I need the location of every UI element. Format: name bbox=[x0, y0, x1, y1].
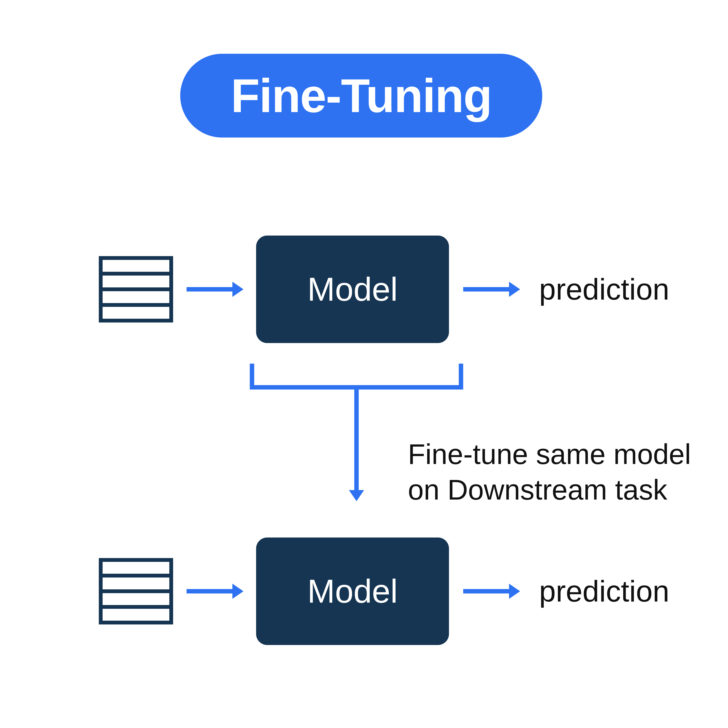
fine-tune-caption: Fine-tune same model on Downstream task bbox=[408, 436, 691, 508]
title-text: Fine-Tuning bbox=[231, 68, 492, 123]
prediction-label: prediction bbox=[539, 574, 669, 608]
svg-marker-5 bbox=[232, 282, 243, 297]
data-table-icon bbox=[99, 558, 173, 624]
arrow-icon bbox=[187, 585, 243, 598]
model-label: Model bbox=[307, 572, 398, 610]
caption-line-2: on Downstream task bbox=[408, 472, 691, 508]
svg-marker-7 bbox=[509, 282, 520, 297]
model-box: Model bbox=[256, 537, 449, 645]
arrow-icon bbox=[463, 585, 520, 598]
svg-marker-12 bbox=[349, 490, 364, 501]
title-pill: Fine-Tuning bbox=[180, 54, 542, 138]
model-box: Model bbox=[256, 236, 449, 343]
svg-marker-18 bbox=[232, 584, 243, 599]
prediction-label: prediction bbox=[539, 272, 669, 306]
arrow-icon bbox=[187, 283, 243, 296]
model-label: Model bbox=[307, 270, 398, 309]
data-table-icon bbox=[99, 256, 173, 323]
svg-marker-20 bbox=[509, 584, 520, 599]
arrow-icon bbox=[463, 283, 520, 296]
caption-line-1: Fine-tune same model bbox=[408, 436, 691, 472]
